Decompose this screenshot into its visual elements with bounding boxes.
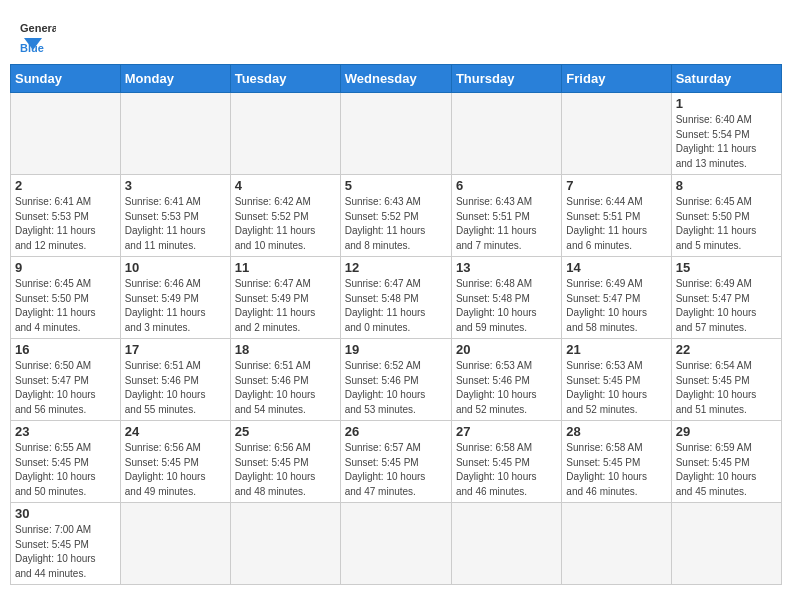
weekday-saturday: Saturday [671,65,781,93]
day-cell: 25Sunrise: 6:56 AM Sunset: 5:45 PM Dayli… [230,421,340,503]
day-info: Sunrise: 6:41 AM Sunset: 5:53 PM Dayligh… [125,195,226,253]
day-number: 18 [235,342,336,357]
weekday-header-row: SundayMondayTuesdayWednesdayThursdayFrid… [11,65,782,93]
day-info: Sunrise: 6:57 AM Sunset: 5:45 PM Dayligh… [345,441,447,499]
empty-day-cell [120,503,230,585]
day-info: Sunrise: 6:43 AM Sunset: 5:51 PM Dayligh… [456,195,557,253]
day-info: Sunrise: 6:51 AM Sunset: 5:46 PM Dayligh… [125,359,226,417]
day-number: 15 [676,260,777,275]
weekday-monday: Monday [120,65,230,93]
day-info: Sunrise: 6:40 AM Sunset: 5:54 PM Dayligh… [676,113,777,171]
day-cell: 13Sunrise: 6:48 AM Sunset: 5:48 PM Dayli… [451,257,561,339]
day-number: 23 [15,424,116,439]
day-cell: 18Sunrise: 6:51 AM Sunset: 5:46 PM Dayli… [230,339,340,421]
day-cell: 29Sunrise: 6:59 AM Sunset: 5:45 PM Dayli… [671,421,781,503]
day-info: Sunrise: 6:58 AM Sunset: 5:45 PM Dayligh… [456,441,557,499]
day-cell: 1Sunrise: 6:40 AM Sunset: 5:54 PM Daylig… [671,93,781,175]
day-number: 12 [345,260,447,275]
day-cell: 28Sunrise: 6:58 AM Sunset: 5:45 PM Dayli… [562,421,671,503]
day-cell: 12Sunrise: 6:47 AM Sunset: 5:48 PM Dayli… [340,257,451,339]
day-info: Sunrise: 6:48 AM Sunset: 5:48 PM Dayligh… [456,277,557,335]
day-number: 2 [15,178,116,193]
logo-graphic: General Blue [20,18,56,54]
weekday-thursday: Thursday [451,65,561,93]
day-number: 27 [456,424,557,439]
day-cell: 9Sunrise: 6:45 AM Sunset: 5:50 PM Daylig… [11,257,121,339]
day-cell: 14Sunrise: 6:49 AM Sunset: 5:47 PM Dayli… [562,257,671,339]
day-cell: 30Sunrise: 7:00 AM Sunset: 5:45 PM Dayli… [11,503,121,585]
empty-day-cell [340,503,451,585]
day-cell: 26Sunrise: 6:57 AM Sunset: 5:45 PM Dayli… [340,421,451,503]
day-number: 16 [15,342,116,357]
day-number: 5 [345,178,447,193]
day-number: 11 [235,260,336,275]
empty-day-cell [562,503,671,585]
day-cell: 2Sunrise: 6:41 AM Sunset: 5:53 PM Daylig… [11,175,121,257]
day-number: 13 [456,260,557,275]
day-number: 28 [566,424,666,439]
day-info: Sunrise: 6:45 AM Sunset: 5:50 PM Dayligh… [676,195,777,253]
day-cell: 22Sunrise: 6:54 AM Sunset: 5:45 PM Dayli… [671,339,781,421]
day-number: 4 [235,178,336,193]
calendar-week-row: 9Sunrise: 6:45 AM Sunset: 5:50 PM Daylig… [11,257,782,339]
calendar-week-row: 16Sunrise: 6:50 AM Sunset: 5:47 PM Dayli… [11,339,782,421]
day-number: 1 [676,96,777,111]
day-number: 19 [345,342,447,357]
day-number: 17 [125,342,226,357]
day-cell: 5Sunrise: 6:43 AM Sunset: 5:52 PM Daylig… [340,175,451,257]
day-info: Sunrise: 6:49 AM Sunset: 5:47 PM Dayligh… [566,277,666,335]
weekday-sunday: Sunday [11,65,121,93]
weekday-tuesday: Tuesday [230,65,340,93]
day-number: 24 [125,424,226,439]
day-cell: 16Sunrise: 6:50 AM Sunset: 5:47 PM Dayli… [11,339,121,421]
day-info: Sunrise: 6:47 AM Sunset: 5:48 PM Dayligh… [345,277,447,335]
day-cell: 20Sunrise: 6:53 AM Sunset: 5:46 PM Dayli… [451,339,561,421]
day-info: Sunrise: 6:53 AM Sunset: 5:45 PM Dayligh… [566,359,666,417]
empty-day-cell [120,93,230,175]
day-cell: 4Sunrise: 6:42 AM Sunset: 5:52 PM Daylig… [230,175,340,257]
day-number: 14 [566,260,666,275]
weekday-wednesday: Wednesday [340,65,451,93]
day-cell: 24Sunrise: 6:56 AM Sunset: 5:45 PM Dayli… [120,421,230,503]
calendar-week-row: 2Sunrise: 6:41 AM Sunset: 5:53 PM Daylig… [11,175,782,257]
calendar-week-row: 30Sunrise: 7:00 AM Sunset: 5:45 PM Dayli… [11,503,782,585]
day-number: 9 [15,260,116,275]
day-cell: 7Sunrise: 6:44 AM Sunset: 5:51 PM Daylig… [562,175,671,257]
day-number: 20 [456,342,557,357]
empty-day-cell [230,503,340,585]
day-info: Sunrise: 6:45 AM Sunset: 5:50 PM Dayligh… [15,277,116,335]
weekday-friday: Friday [562,65,671,93]
day-number: 10 [125,260,226,275]
page-header: General Blue [10,10,782,58]
day-info: Sunrise: 6:55 AM Sunset: 5:45 PM Dayligh… [15,441,116,499]
empty-day-cell [340,93,451,175]
day-info: Sunrise: 6:56 AM Sunset: 5:45 PM Dayligh… [125,441,226,499]
day-cell: 17Sunrise: 6:51 AM Sunset: 5:46 PM Dayli… [120,339,230,421]
svg-text:General: General [20,22,56,34]
day-number: 21 [566,342,666,357]
empty-day-cell [230,93,340,175]
day-cell: 3Sunrise: 6:41 AM Sunset: 5:53 PM Daylig… [120,175,230,257]
calendar-week-row: 23Sunrise: 6:55 AM Sunset: 5:45 PM Dayli… [11,421,782,503]
day-cell: 21Sunrise: 6:53 AM Sunset: 5:45 PM Dayli… [562,339,671,421]
day-info: Sunrise: 6:50 AM Sunset: 5:47 PM Dayligh… [15,359,116,417]
day-info: Sunrise: 6:46 AM Sunset: 5:49 PM Dayligh… [125,277,226,335]
day-number: 25 [235,424,336,439]
empty-day-cell [562,93,671,175]
day-info: Sunrise: 6:41 AM Sunset: 5:53 PM Dayligh… [15,195,116,253]
day-info: Sunrise: 6:54 AM Sunset: 5:45 PM Dayligh… [676,359,777,417]
calendar-week-row: 1Sunrise: 6:40 AM Sunset: 5:54 PM Daylig… [11,93,782,175]
empty-day-cell [451,93,561,175]
day-info: Sunrise: 7:00 AM Sunset: 5:45 PM Dayligh… [15,523,116,581]
day-number: 6 [456,178,557,193]
day-info: Sunrise: 6:52 AM Sunset: 5:46 PM Dayligh… [345,359,447,417]
day-info: Sunrise: 6:51 AM Sunset: 5:46 PM Dayligh… [235,359,336,417]
day-info: Sunrise: 6:47 AM Sunset: 5:49 PM Dayligh… [235,277,336,335]
day-cell: 15Sunrise: 6:49 AM Sunset: 5:47 PM Dayli… [671,257,781,339]
empty-day-cell [11,93,121,175]
svg-text:Blue: Blue [20,42,44,54]
day-number: 26 [345,424,447,439]
day-info: Sunrise: 6:43 AM Sunset: 5:52 PM Dayligh… [345,195,447,253]
day-number: 7 [566,178,666,193]
day-info: Sunrise: 6:59 AM Sunset: 5:45 PM Dayligh… [676,441,777,499]
